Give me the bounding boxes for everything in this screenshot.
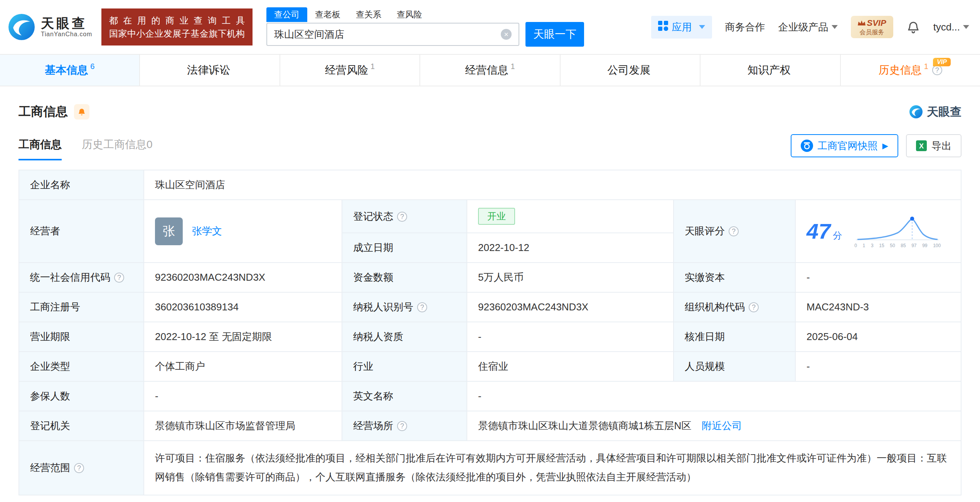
help-icon[interactable]: ? (397, 421, 407, 431)
nearby-companies-link[interactable]: 附近公司 (702, 420, 742, 431)
main-content: 工商信息 天眼查 工商信息 历史工商信息0 (0, 103, 980, 502)
svip-subtitle: 会员服务 (858, 29, 886, 36)
snapshot-icon (801, 140, 813, 152)
apps-grid-icon (658, 21, 668, 34)
tianyancha-logo-icon (8, 13, 35, 41)
score-distribution-chart: 0131550859799100 (854, 214, 941, 248)
tab-business-info[interactable]: 经营信息 1 (419, 55, 559, 86)
help-icon[interactable]: ? (74, 463, 84, 473)
chevron-down-icon (963, 25, 969, 29)
svg-text:X: X (919, 142, 924, 150)
subscribe-bell-icon[interactable] (74, 104, 89, 120)
table-row: 企业名称 珠山区空间酒店 (19, 170, 961, 200)
subtab-history-registration[interactable]: 历史工商信息0 (82, 137, 153, 160)
brand-name: 天眼查 (41, 16, 92, 31)
user-menu[interactable]: tycd... (933, 21, 969, 33)
operator-label: 经营者 (19, 200, 144, 263)
business-term-label: 营业期限 (19, 322, 144, 352)
arrow-right-icon: ▶ (882, 141, 888, 150)
tab-operating-risk[interactable]: 经营风险 1 (280, 55, 419, 86)
capital-label: 资金数额 (342, 263, 467, 292)
reg-status-label: 登记状态? (342, 200, 467, 233)
chevron-down-icon (832, 25, 838, 29)
business-place-address: 景德镇市珠山区珠山大道景德镇商城1栋五层N区 (478, 420, 691, 431)
page-title: 工商信息 (19, 103, 68, 120)
company-name-label: 企业名称 (19, 170, 144, 200)
top-header: 天眼查 TianYanCha.com 都在用的商业查询工具 国家中小企业发展子基… (0, 0, 980, 54)
help-icon[interactable]: ? (397, 212, 407, 222)
enterprise-products-menu[interactable]: 企业级产品 (778, 20, 838, 34)
vip-tag: VIP (933, 58, 951, 66)
table-row: 登记机关 景德镇市珠山区市场监督管理局 经营场所? 景德镇市珠山区珠山大道景德镇… (19, 411, 961, 441)
tab-count: 6 (90, 62, 94, 71)
apps-menu[interactable]: 应用 (651, 16, 712, 39)
establish-date-value: 2022-10-12 (467, 233, 674, 263)
insured-count-label: 参保人数 (19, 381, 144, 411)
tyc-score-value: 47分 0131550859799100 (795, 200, 961, 263)
table-row: 统一社会信用代码? 92360203MAC243ND3X 资金数额 5万人民币 … (19, 263, 961, 292)
notification-bell-icon[interactable] (906, 20, 920, 34)
help-icon[interactable]: ? (749, 302, 759, 312)
svip-badge[interactable]: SVIP 会员服务 (851, 16, 893, 38)
help-icon[interactable]: ? (417, 302, 427, 312)
tab-label: 公司发展 (607, 63, 650, 77)
crown-icon (858, 20, 865, 26)
operator-name-link[interactable]: 张学文 (192, 224, 222, 238)
tianyancha-watermark-icon (909, 105, 923, 119)
business-coop-link[interactable]: 商务合作 (725, 20, 765, 34)
operator-value: 张 张学文 (144, 200, 342, 263)
subtab-toolbar: 工商信息 历史工商信息0 工商官网快照 ▶ X (19, 134, 961, 160)
clear-search-icon[interactable]: × (501, 29, 512, 40)
credit-code-value: 92360203MAC243ND3X (144, 263, 342, 292)
score-number: 47分 (807, 219, 842, 244)
tab-history-info[interactable]: VIP 历史信息 1 ? (840, 55, 980, 86)
tab-count: 1 (510, 62, 515, 71)
svip-title: SVIP (858, 18, 886, 28)
snapshot-button-label: 工商官网快照 (818, 139, 878, 153)
credit-code-label: 统一社会信用代码? (19, 263, 144, 292)
search-tab-relation[interactable]: 查关系 (348, 7, 389, 22)
tab-company-development[interactable]: 公司发展 (560, 55, 700, 86)
search-tab-boss[interactable]: 查老板 (307, 7, 348, 22)
english-name-label: 英文名称 (342, 381, 467, 411)
help-icon[interactable]: ? (932, 65, 942, 75)
reg-authority-label: 登记机关 (19, 411, 144, 441)
table-row: 企业类型 个体工商户 行业 住宿业 人员规模 - (19, 352, 961, 381)
search-row: × 天眼一下 (266, 22, 584, 47)
business-place-value: 景德镇市珠山区珠山大道景德镇商城1栋五层N区 附近公司 (467, 411, 961, 441)
company-name-value: 珠山区空间酒店 (144, 170, 961, 200)
section-header: 工商信息 天眼查 (19, 103, 961, 120)
approval-date-label: 核准日期 (674, 322, 795, 352)
search-tab-risk[interactable]: 查风险 (389, 7, 430, 22)
search-input-wrap: × (266, 23, 519, 46)
search-button[interactable]: 天眼一下 (525, 22, 584, 47)
org-code-label: 组织机构代码? (674, 292, 795, 322)
business-term-value: 2022-10-12 至 无固定期限 (144, 322, 342, 352)
taxpayer-quality-label: 纳税人资质 (342, 322, 467, 352)
business-place-label: 经营场所? (342, 411, 467, 441)
tab-count: 1 (370, 62, 375, 71)
table-row: 参保人数 - 英文名称 - (19, 381, 961, 411)
official-snapshot-button[interactable]: 工商官网快照 ▶ (791, 134, 898, 157)
search-tab-company[interactable]: 查公司 (266, 7, 307, 22)
operator-avatar[interactable]: 张 (155, 217, 183, 245)
help-icon[interactable]: ? (114, 273, 124, 283)
tianyancha-logo[interactable]: 天眼查 TianYanCha.com (8, 13, 92, 41)
taxpayer-id-label: 纳税人识别号? (342, 292, 467, 322)
header-right-nav: 应用 商务合作 企业级产品 SVIP 会员服务 tycd (651, 16, 970, 39)
table-row: 经营者 张 张学文 登记状态? 开业 天眼评分? 47分 (19, 200, 961, 233)
status-badge: 开业 (478, 208, 515, 225)
tab-legal-proceedings[interactable]: 法律诉讼 (139, 55, 279, 86)
slogan-line1: 都在用的商业查询工具 (109, 14, 245, 27)
export-button[interactable]: X 导出 (906, 134, 961, 157)
help-icon[interactable]: ? (729, 226, 739, 236)
industry-label: 行业 (342, 352, 467, 381)
subtab-business-registration[interactable]: 工商信息 (19, 137, 62, 160)
search-input[interactable] (274, 29, 501, 40)
tab-intellectual-property[interactable]: 知识产权 (700, 55, 840, 86)
capital-value: 5万人民币 (467, 263, 674, 292)
score-axis-labels: 0131550859799100 (854, 243, 941, 248)
tab-basic-info[interactable]: 基本信息 6 (0, 55, 139, 86)
chevron-down-icon (699, 25, 705, 29)
tab-label: 经营信息 (465, 63, 508, 77)
